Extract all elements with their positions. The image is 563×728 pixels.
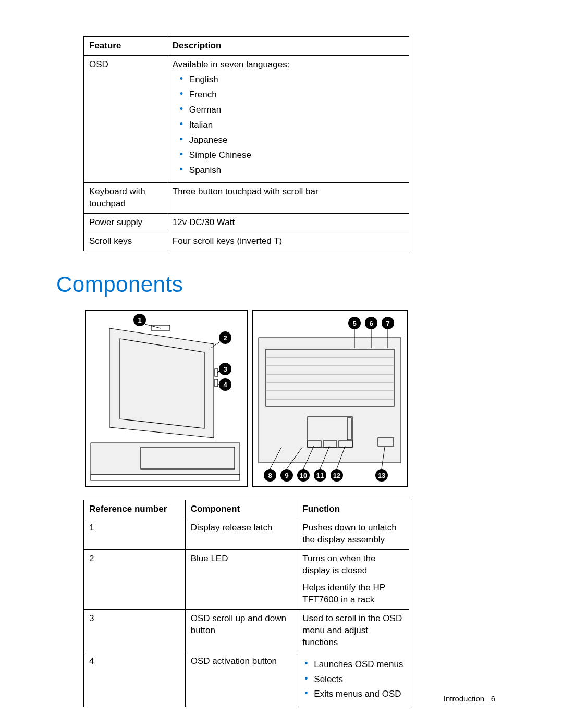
description-cell: Four scroll keys (inverted T)	[167, 232, 409, 251]
list-item: French	[180, 89, 403, 101]
list-item: Italian	[180, 119, 403, 131]
language-list: English French German Italian Japanese S…	[173, 74, 403, 177]
callout-11: 11	[316, 472, 324, 479]
svg-line-11	[145, 324, 161, 328]
feature-cell: Scroll keys	[84, 232, 167, 251]
function-text-a: Turns on when the display is closed	[302, 553, 403, 577]
table-row: 1 Display release latch Pushes down to u…	[84, 519, 409, 550]
svg-rect-18	[259, 338, 401, 463]
ref-cell: 3	[84, 609, 186, 652]
function-cell: Pushes down to unlatch the display assem…	[297, 519, 409, 550]
feature-cell: Keyboard with touchpad	[84, 183, 167, 214]
component-cell: Display release latch	[185, 519, 297, 550]
list-item: Selects	[304, 674, 403, 686]
feature-header: Feature	[84, 37, 167, 56]
ref-cell: 1	[84, 519, 186, 550]
page-footer: Introduction 6	[444, 694, 495, 703]
features-table: Feature Description OSD Available in sev…	[83, 36, 409, 251]
component-cell: OSD scroll up and down button	[185, 609, 297, 652]
osd-intro: Available in seven languages:	[173, 59, 290, 69]
callout-10: 10	[300, 472, 307, 479]
callout-5: 5	[352, 319, 356, 327]
description-cell: Available in seven languages: English Fr…	[167, 55, 409, 183]
function-cell: Launches OSD menus Selects Exits menus a…	[297, 652, 409, 707]
callout-6: 6	[369, 319, 373, 327]
section-heading: Components	[56, 272, 500, 297]
components-table: Reference number Component Function 1 Di…	[83, 500, 409, 707]
callout-4: 4	[223, 381, 227, 389]
table-row: Keyboard with touchpad Three button touc…	[84, 183, 409, 214]
list-item: Spanish	[180, 165, 403, 177]
callout-13: 13	[378, 472, 385, 479]
svg-marker-5	[109, 328, 214, 438]
callout-2: 2	[223, 334, 227, 342]
description-header: Description	[167, 37, 409, 56]
function-cell: Turns on when the display is closed Help…	[297, 550, 409, 610]
table-row: 3 OSD scroll up and down button Used to …	[84, 609, 409, 652]
callout-12: 12	[333, 472, 340, 479]
callout-7: 7	[386, 319, 389, 327]
footer-section: Introduction	[444, 694, 484, 703]
table-row: Power supply 12v DC/30 Watt	[84, 214, 409, 232]
function-cell: Used to scroll in the OSD menu and adjus…	[297, 609, 409, 652]
components-diagram: 1 2 3 4 5	[83, 307, 409, 492]
list-item: English	[180, 74, 403, 86]
component-header: Component	[185, 500, 297, 519]
list-item: Simple Chinese	[180, 150, 403, 162]
ref-cell: 2	[84, 550, 186, 610]
callout-3: 3	[223, 365, 227, 373]
list-item: Exits menus and OSD	[304, 688, 403, 700]
table-row: Scroll keys Four scroll keys (inverted T…	[84, 232, 409, 251]
callout-9: 9	[285, 472, 288, 479]
svg-rect-7	[151, 325, 170, 330]
svg-marker-3	[91, 474, 240, 480]
feature-cell: OSD	[84, 55, 167, 183]
ref-cell: 4	[84, 652, 186, 707]
svg-rect-9	[215, 379, 218, 387]
ref-header: Reference number	[84, 500, 186, 519]
callout-8: 8	[268, 472, 272, 479]
component-cell: Blue LED	[185, 550, 297, 610]
component-cell: OSD activation button	[185, 652, 297, 707]
footer-page: 6	[491, 694, 495, 703]
feature-cell: Power supply	[84, 214, 167, 232]
description-cell: 12v DC/30 Watt	[167, 214, 409, 232]
table-row: 2 Blue LED Turns on when the display is …	[84, 550, 409, 610]
callout-1: 1	[138, 316, 141, 324]
table-row: OSD Available in seven languages: Englis…	[84, 55, 409, 183]
svg-marker-2	[91, 443, 240, 474]
description-cell: Three button touchpad with scroll bar	[167, 183, 409, 214]
function-header: Function	[297, 500, 409, 519]
function-text-b: Helps identify the HP TFT7600 in a rack	[302, 582, 403, 606]
list-item: Launches OSD menus	[304, 659, 403, 671]
list-item: German	[180, 104, 403, 116]
list-item: Japanese	[180, 134, 403, 146]
table-row: 4 OSD activation button Launches OSD men…	[84, 652, 409, 707]
